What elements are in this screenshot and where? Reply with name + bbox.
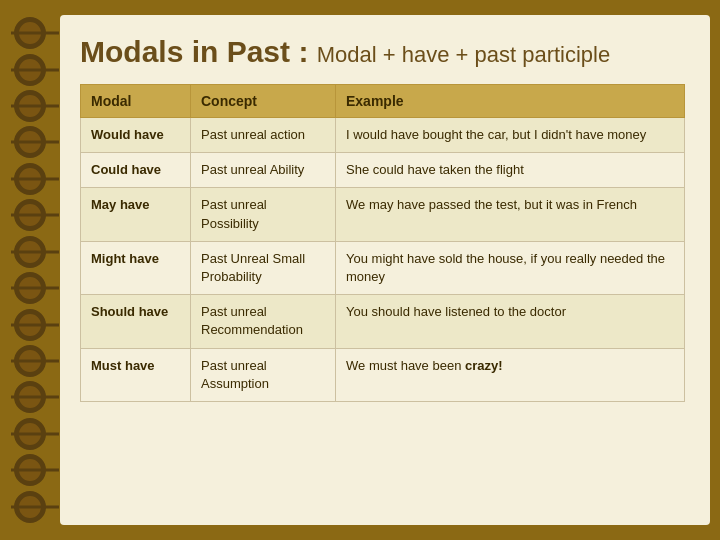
spiral-ring xyxy=(14,345,46,377)
header-concept: Concept xyxy=(191,85,336,118)
cell-concept: Past unreal Recommendation xyxy=(191,295,336,348)
header-modal: Modal xyxy=(81,85,191,118)
cell-example: We may have passed the test, but it was … xyxy=(336,188,685,241)
title-text: Modals in Past : xyxy=(80,35,308,68)
cell-concept: Past unreal Ability xyxy=(191,153,336,188)
spiral-ring xyxy=(14,17,46,49)
cell-example: I would have bought the car, but I didn'… xyxy=(336,118,685,153)
table-row: Should havePast unreal RecommendationYou… xyxy=(81,295,685,348)
cell-modal: Could have xyxy=(81,153,191,188)
table-row: Could havePast unreal AbilityShe could h… xyxy=(81,153,685,188)
page: Modals in Past : Modal + have + past par… xyxy=(60,15,710,525)
table-row: Must havePast unreal AssumptionWe must h… xyxy=(81,348,685,401)
cell-modal: May have xyxy=(81,188,191,241)
table-row: May havePast unreal PossibilityWe may ha… xyxy=(81,188,685,241)
spiral-ring xyxy=(14,54,46,86)
cell-modal: Would have xyxy=(81,118,191,153)
cell-example: You should have listened to the doctor xyxy=(336,295,685,348)
cell-example: She could have taken the flight xyxy=(336,153,685,188)
subtitle-text: Modal + have + past participle xyxy=(317,42,611,67)
spiral-ring xyxy=(14,272,46,304)
spiral-ring xyxy=(14,126,46,158)
spiral-ring xyxy=(14,309,46,341)
spiral-ring xyxy=(14,90,46,122)
spiral-ring xyxy=(14,418,46,450)
spiral-ring xyxy=(14,163,46,195)
cell-concept: Past unreal action xyxy=(191,118,336,153)
spiral-ring xyxy=(14,199,46,231)
spiral-binding xyxy=(0,0,60,540)
header-example: Example xyxy=(336,85,685,118)
table-row: Might havePast Unreal Small ProbabilityY… xyxy=(81,241,685,294)
cell-modal: Might have xyxy=(81,241,191,294)
cell-concept: Past Unreal Small Probability xyxy=(191,241,336,294)
modals-table: Modal Concept Example Would havePast unr… xyxy=(80,84,685,402)
cell-modal: Must have xyxy=(81,348,191,401)
spiral-ring xyxy=(14,236,46,268)
main-container: Modals in Past : Modal + have + past par… xyxy=(0,0,720,540)
spiral-ring xyxy=(14,491,46,523)
cell-example: You might have sold the house, if you re… xyxy=(336,241,685,294)
cell-modal: Should have xyxy=(81,295,191,348)
table-row: Would havePast unreal actionI would have… xyxy=(81,118,685,153)
cell-concept: Past unreal Assumption xyxy=(191,348,336,401)
cell-example: We must have been crazy! xyxy=(336,348,685,401)
cell-concept: Past unreal Possibility xyxy=(191,188,336,241)
table-header-row: Modal Concept Example xyxy=(81,85,685,118)
spiral-ring xyxy=(14,381,46,413)
page-title: Modals in Past : Modal + have + past par… xyxy=(80,35,685,69)
spiral-ring xyxy=(14,454,46,486)
